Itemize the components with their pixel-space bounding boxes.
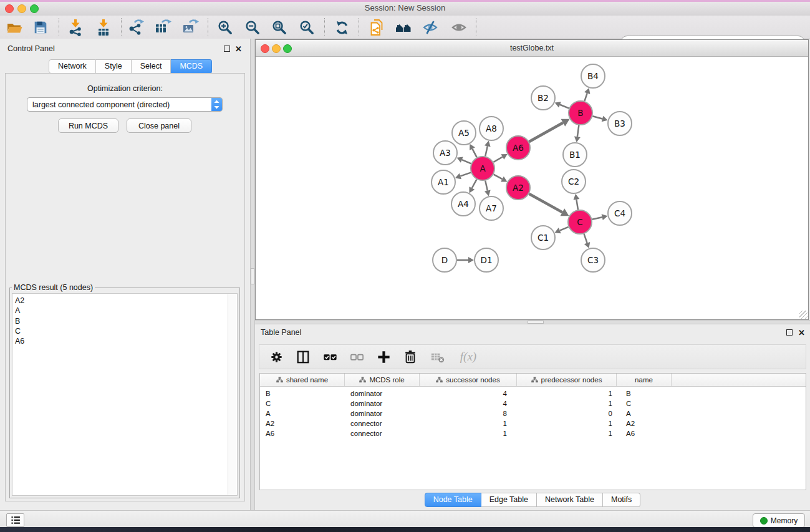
graph-node-A4[interactable]: A4 (451, 192, 475, 216)
zoom-fit-button[interactable] (270, 18, 289, 37)
graph-node-D1[interactable]: D1 (475, 248, 498, 272)
show-panels-list-button[interactable] (6, 513, 24, 527)
graph-node-B4[interactable]: B4 (581, 64, 605, 88)
graph-edge-C-C2[interactable] (576, 200, 578, 210)
float-panel-icon[interactable] (224, 46, 230, 52)
graph-edge-B-B3[interactable] (592, 116, 602, 118)
tab-select[interactable]: Select (132, 59, 171, 74)
zoom-in-button[interactable] (216, 18, 234, 37)
new-network-from-selection-button[interactable] (368, 18, 387, 37)
criterion-dropdown[interactable]: largest connected component (directed) (27, 97, 223, 112)
function-builder-button[interactable]: f(x) (456, 349, 483, 365)
graph-edge-B-B2[interactable] (560, 105, 569, 109)
refresh-view-button[interactable] (332, 18, 351, 37)
graph-edge-C-C3[interactable] (584, 234, 587, 243)
table-row[interactable]: Cdominator41C (260, 399, 806, 409)
graph-node-B[interactable]: B (569, 101, 592, 125)
import-table-button[interactable] (94, 18, 113, 37)
graph-node-C1[interactable]: C1 (531, 226, 555, 249)
tab-mcds[interactable]: MCDS (171, 59, 212, 74)
graph-edge-A-A7[interactable] (485, 181, 488, 191)
deselect-all-button[interactable] (349, 349, 365, 365)
resize-grip-icon[interactable] (799, 311, 808, 319)
graph-node-A5[interactable]: A5 (452, 121, 476, 145)
graph-node-B3[interactable]: B3 (608, 112, 632, 135)
graph-node-C4[interactable]: C4 (608, 201, 632, 225)
tab-network-table[interactable]: Network Table (537, 493, 603, 507)
open-file-button[interactable] (5, 18, 24, 37)
network-canvas[interactable]: B4B2BB3A5A8A6A3B1AA1C2A2A4A7C4CC1C3DD1 (256, 56, 808, 319)
tab-edge-table[interactable]: Edge Table (481, 493, 537, 507)
graph-edge-C-C4[interactable] (592, 217, 602, 220)
table-settings-button[interactable] (268, 349, 284, 365)
graph-node-A1[interactable]: A1 (432, 170, 455, 194)
column-header[interactable]: shared name (260, 374, 345, 386)
graph-edge-A-A6[interactable] (493, 157, 503, 162)
graph-edge-A6-B[interactable] (529, 123, 562, 142)
zoom-out-button[interactable] (243, 18, 262, 37)
graph-node-A6[interactable]: A6 (506, 136, 530, 160)
run-mcds-button[interactable]: Run MCDS (58, 118, 118, 133)
graph-node-A7[interactable]: A7 (480, 196, 503, 220)
home-networks-button[interactable] (394, 18, 413, 37)
result-item[interactable]: A6 (12, 336, 237, 346)
table-row[interactable]: A2connector11A2 (260, 418, 806, 428)
close-panel-icon[interactable]: ✕ (798, 330, 805, 336)
export-network-button[interactable] (127, 18, 145, 37)
memory-button[interactable]: Memory (753, 513, 805, 528)
select-all-button[interactable] (322, 349, 338, 365)
result-item[interactable]: B (12, 316, 237, 326)
close-panel-icon[interactable]: ✕ (235, 46, 242, 52)
save-session-button[interactable] (31, 18, 50, 37)
column-header[interactable]: name (617, 374, 672, 386)
graph-edge-B-B1[interactable] (577, 125, 579, 137)
column-header[interactable]: predecessor nodes (517, 374, 617, 386)
graph-edge-B-B4[interactable] (584, 93, 587, 101)
float-panel-icon[interactable] (786, 329, 793, 336)
scrollbar-track[interactable] (228, 294, 236, 495)
horizontal-split-divider[interactable] (255, 320, 810, 324)
result-item[interactable]: A2 (12, 296, 237, 306)
close-panel-button[interactable]: Close panel (127, 118, 191, 133)
graph-node-C[interactable]: C (568, 210, 592, 234)
delete-table-button[interactable] (429, 349, 445, 365)
graph-node-D[interactable]: D (433, 248, 456, 272)
tab-node-table[interactable]: Node Table (425, 493, 481, 507)
table-row[interactable]: Bdominator41B (260, 389, 806, 399)
tab-network[interactable]: Network (49, 59, 96, 74)
tab-style[interactable]: Style (96, 59, 132, 74)
column-header[interactable]: successor nodes (420, 374, 517, 386)
vertical-split-divider[interactable] (250, 39, 255, 510)
export-table-button[interactable] (153, 18, 172, 37)
divider-grip[interactable] (528, 321, 544, 324)
column-header[interactable]: MCDS role (345, 374, 420, 386)
import-network-button[interactable] (66, 18, 85, 37)
delete-column-button[interactable] (402, 349, 418, 365)
add-column-button[interactable] (375, 349, 392, 365)
column-view-button[interactable] (295, 349, 311, 365)
result-item[interactable]: C (12, 326, 237, 336)
graph-node-C3[interactable]: C3 (581, 248, 605, 272)
graph-edge-A-A5[interactable] (473, 149, 477, 158)
graph-edge-A2-C[interactable] (529, 194, 562, 213)
result-item[interactable]: A (12, 306, 237, 316)
graph-edge-A-A2[interactable] (494, 175, 503, 180)
graph-node-A3[interactable]: A3 (433, 141, 457, 165)
graph-edge-A-A3[interactable] (462, 160, 471, 163)
graph-edge-A-A8[interactable] (485, 146, 488, 156)
graph-node-A8[interactable]: A8 (480, 117, 503, 140)
export-image-button[interactable] (181, 18, 200, 37)
show-selected-button[interactable] (450, 18, 468, 37)
tab-motifs[interactable]: Motifs (603, 493, 640, 507)
graph-edge-A-A4[interactable] (472, 180, 477, 188)
graph-edge-A-A1[interactable] (460, 173, 471, 177)
graph-node-B1[interactable]: B1 (563, 143, 587, 167)
table-row[interactable]: A6connector11A6 (260, 428, 806, 438)
graph-node-A[interactable]: A (471, 157, 494, 180)
graph-node-C2[interactable]: C2 (562, 170, 586, 193)
divider-grip[interactable] (251, 268, 254, 284)
graph-node-A2[interactable]: A2 (506, 176, 530, 200)
hide-selected-button[interactable] (421, 18, 440, 37)
table-row[interactable]: Adominator80A (260, 409, 806, 418)
graph-edge-C-C1[interactable] (560, 227, 569, 231)
